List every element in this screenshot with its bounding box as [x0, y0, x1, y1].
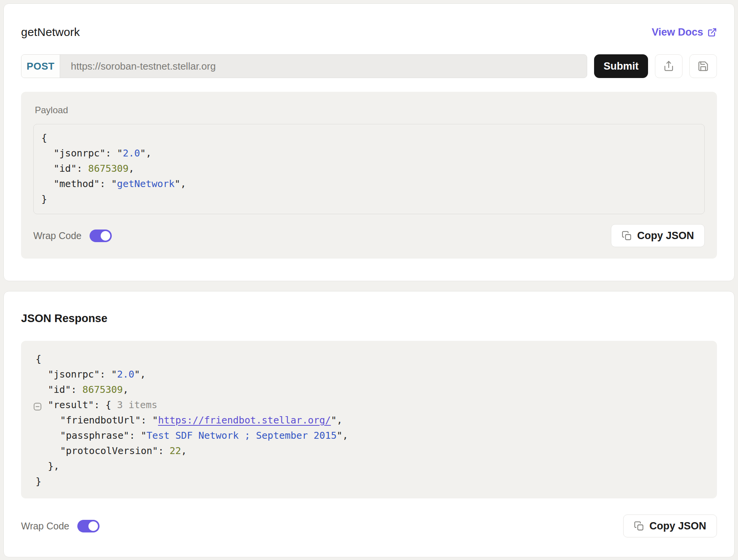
- submit-button[interactable]: Submit: [594, 54, 648, 78]
- code-token: "jsonrpc": [54, 148, 105, 159]
- code-token: {: [36, 353, 41, 365]
- code-token: Test SDF Network ; September 2015: [147, 430, 337, 441]
- code-token: 8675309: [88, 163, 128, 174]
- wrap-code-label: Wrap Code: [33, 230, 82, 241]
- code-token: "result": [48, 399, 94, 410]
- code-token: ",: [331, 415, 342, 426]
- request-card: getNetwork View Docs POST Submit: [3, 3, 735, 281]
- wrap-code-control: Wrap Code: [21, 520, 100, 532]
- code-token: "method": [54, 178, 100, 189]
- copy-icon: [622, 231, 632, 241]
- code-token: {: [41, 132, 47, 143]
- response-json-viewer: {"jsonrpc": "2.0","id": 8675309,"result"…: [21, 341, 717, 498]
- response-heading: JSON Response: [21, 312, 717, 325]
- save-request-button[interactable]: [689, 54, 717, 78]
- code-token: 22: [170, 445, 181, 456]
- view-docs-label: View Docs: [651, 26, 703, 38]
- code-token: : ": [100, 178, 117, 189]
- wrap-code-toggle[interactable]: [77, 520, 100, 532]
- code-token: ,: [129, 163, 134, 174]
- code-token: : ": [100, 369, 117, 380]
- response-card: JSON Response {"jsonrpc": "2.0","id": 86…: [3, 291, 735, 557]
- wrap-code-toggle[interactable]: [90, 230, 112, 242]
- wrap-code-control: Wrap Code: [33, 230, 112, 242]
- payload-label: Payload: [33, 105, 705, 116]
- code-token: "friendbotUrl": [60, 415, 141, 426]
- upload-icon: [663, 60, 674, 72]
- code-line: "result": { 3 items: [21, 397, 705, 413]
- code-token: ,: [181, 445, 187, 456]
- code-token: ,: [123, 384, 129, 395]
- json-value-link[interactable]: https://friendbot.stellar.org/: [158, 415, 331, 426]
- code-token: : ": [105, 148, 122, 159]
- code-line: {: [21, 352, 705, 367]
- code-line: "jsonrpc": "2.0",: [34, 146, 695, 161]
- request-card-header: getNetwork View Docs: [21, 24, 717, 40]
- response-footer: Wrap Code Copy JSON: [21, 514, 717, 537]
- code-token: }: [36, 476, 41, 487]
- payload-section: Payload {"jsonrpc": "2.0","id": 8675309,…: [21, 92, 717, 259]
- code-token: "id": [54, 163, 77, 174]
- code-line: }: [34, 192, 695, 207]
- save-icon: [697, 60, 709, 72]
- endpoint-url-group: POST: [21, 54, 587, 78]
- code-token: ",: [140, 148, 152, 159]
- code-line: "friendbotUrl": "https://friendbot.stell…: [21, 413, 705, 428]
- code-token: 3 items: [117, 399, 157, 410]
- code-token: ",: [336, 430, 348, 441]
- code-line: }: [21, 474, 705, 489]
- code-token: },: [48, 461, 59, 472]
- code-line: "id": 8675309,: [21, 382, 705, 397]
- code-token: : ": [129, 430, 147, 441]
- code-token: 2.0: [117, 369, 134, 380]
- code-token: 8675309: [82, 384, 122, 395]
- external-link-icon: [707, 28, 717, 37]
- collapse-minus-icon[interactable]: [33, 400, 42, 410]
- payload-code-editor[interactable]: {"jsonrpc": "2.0","id": 8675309,"method"…: [33, 124, 705, 214]
- request-row: POST Submit: [21, 54, 717, 78]
- share-request-button[interactable]: [655, 54, 682, 78]
- toggle-knob: [88, 521, 98, 531]
- code-token: 2.0: [123, 148, 140, 159]
- endpoint-url-input[interactable]: [60, 55, 587, 78]
- code-token: : {: [94, 399, 117, 410]
- view-docs-link[interactable]: View Docs: [651, 26, 717, 38]
- code-token: : ": [141, 415, 158, 426]
- code-token: "protocolVersion": [60, 445, 158, 456]
- toggle-knob: [101, 231, 110, 241]
- code-token: "jsonrpc": [48, 369, 100, 380]
- page-title: getNetwork: [21, 26, 80, 39]
- code-line: "jsonrpc": "2.0",: [21, 367, 705, 382]
- code-line: "id": 8675309,: [34, 161, 695, 176]
- code-token: }: [41, 194, 47, 205]
- code-line: "passphrase": "Test SDF Network ; Septem…: [21, 428, 705, 443]
- code-token: "id": [48, 384, 71, 395]
- code-token: "passphrase": [60, 430, 129, 441]
- payload-footer: Wrap Code Copy JSON: [33, 224, 705, 247]
- code-line: },: [21, 459, 705, 474]
- wrap-code-label: Wrap Code: [21, 521, 69, 532]
- copy-json-button[interactable]: Copy JSON: [611, 224, 705, 247]
- code-token: :: [71, 384, 82, 395]
- copy-json-label: Copy JSON: [637, 230, 694, 242]
- code-token: getNetwork: [117, 178, 175, 189]
- http-method-badge: POST: [21, 55, 60, 78]
- copy-icon: [634, 521, 644, 531]
- code-token: :: [77, 163, 88, 174]
- code-token: ",: [134, 369, 146, 380]
- code-line: {: [34, 130, 695, 146]
- copy-json-label: Copy JSON: [649, 520, 706, 532]
- code-token: :: [158, 445, 170, 456]
- code-line: "protocolVersion": 22,: [21, 443, 705, 459]
- code-line: "method": "getNetwork",: [34, 176, 695, 192]
- code-token: ",: [175, 178, 186, 189]
- copy-json-button[interactable]: Copy JSON: [623, 514, 717, 537]
